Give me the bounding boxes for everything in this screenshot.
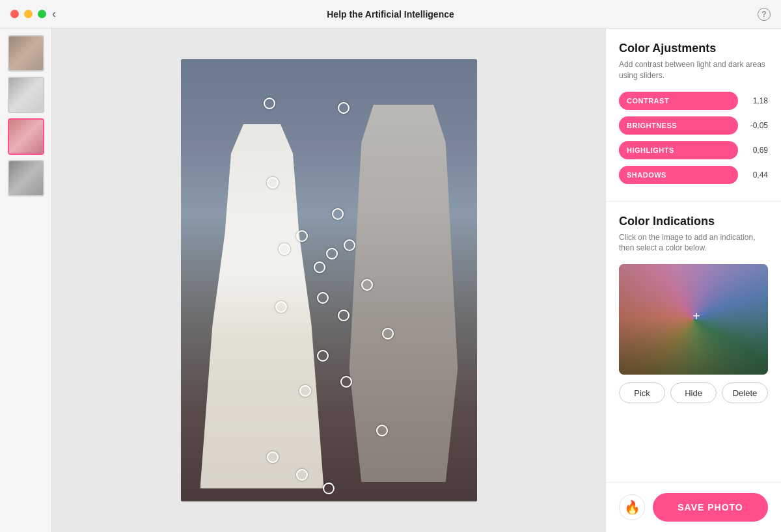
help-button[interactable]: ? xyxy=(758,8,771,21)
thumbnail-1[interactable] xyxy=(8,35,44,72)
dot-18[interactable] xyxy=(326,248,338,259)
back-button[interactable]: ‹ xyxy=(47,5,61,23)
window-title: Help the Artificial Intelligence xyxy=(327,9,454,20)
dot-17[interactable] xyxy=(382,328,394,339)
shadows-slider-row: SHADOWS 0,44 xyxy=(619,166,768,184)
color-adjustments-title: Color Ajustments xyxy=(619,42,768,55)
color-crosshair: + xyxy=(692,310,700,323)
right-panel: Color Ajustments Add contrast between li… xyxy=(605,29,781,532)
pick-button[interactable]: Pick xyxy=(619,382,665,403)
dot-7[interactable] xyxy=(344,239,355,251)
dot-8[interactable] xyxy=(361,279,373,291)
highlights-label: HIGHLIGHTS xyxy=(627,146,674,154)
color-gradient-picker[interactable]: + xyxy=(619,264,768,375)
thumbnail-2[interactable] xyxy=(8,77,44,113)
shadows-slider[interactable]: SHADOWS xyxy=(619,166,738,184)
brightness-label: BRIGHTNESS xyxy=(627,122,677,129)
color-indications-section: Color Indications Click on the image to … xyxy=(606,202,781,482)
brightness-value: -0,05 xyxy=(745,121,768,130)
dot-1[interactable] xyxy=(264,98,275,109)
thumbnail-3[interactable] xyxy=(8,118,44,155)
photo-container[interactable] xyxy=(181,59,477,501)
contrast-slider[interactable]: CONTRAST xyxy=(619,92,738,110)
highlights-slider[interactable]: HIGHLIGHTS xyxy=(619,141,738,159)
dot-13[interactable] xyxy=(267,451,279,463)
shadows-label: SHADOWS xyxy=(627,171,666,179)
traffic-lights xyxy=(10,10,46,18)
highlights-slider-row: HIGHLIGHTS 0,69 xyxy=(619,141,768,159)
dot-14[interactable] xyxy=(296,469,308,481)
color-adjustments-subtitle: Add contrast between light and dark area… xyxy=(619,59,768,81)
dot-20[interactable] xyxy=(279,243,290,255)
dot-19[interactable] xyxy=(332,208,344,220)
color-indications-subtitle: Click on the image to add an indication,… xyxy=(619,232,768,254)
photo-display xyxy=(181,59,477,501)
minimize-button[interactable] xyxy=(24,10,33,18)
color-indications-title: Color Indications xyxy=(619,215,768,228)
dot-21[interactable] xyxy=(317,292,329,304)
contrast-slider-row: CONTRAST 1,18 xyxy=(619,92,768,110)
highlights-value: 0,69 xyxy=(745,146,768,155)
brightness-slider[interactable]: BRIGHTNESS xyxy=(619,116,738,135)
color-adjustments-section: Color Ajustments Add contrast between li… xyxy=(606,29,781,202)
dot-2[interactable] xyxy=(338,102,349,114)
main-layout: Color Ajustments Add contrast between li… xyxy=(0,29,781,532)
color-gradient-inner: + xyxy=(619,264,768,375)
save-area: 🔥 SAVE PHOTO xyxy=(606,482,781,532)
color-action-buttons: Pick Hide Delete xyxy=(619,382,768,403)
dot-16[interactable] xyxy=(376,425,388,436)
dot-9[interactable] xyxy=(338,310,349,321)
contrast-value: 1,18 xyxy=(745,96,768,105)
dot-5[interactable] xyxy=(314,261,325,273)
thumbnail-4[interactable] xyxy=(8,160,44,196)
dot-10[interactable] xyxy=(317,350,329,362)
close-button[interactable] xyxy=(10,10,19,18)
delete-button[interactable]: Delete xyxy=(722,382,768,403)
flame-icon[interactable]: 🔥 xyxy=(619,494,645,520)
maximize-button[interactable] xyxy=(38,10,46,18)
brightness-slider-row: BRIGHTNESS -0,05 xyxy=(619,116,768,135)
hide-button[interactable]: Hide xyxy=(670,382,717,403)
titlebar: ‹ Help the Artificial Intelligence ? xyxy=(0,0,781,29)
dot-6[interactable] xyxy=(275,301,287,313)
shadows-value: 0,44 xyxy=(745,170,768,180)
dot-12[interactable] xyxy=(299,385,311,397)
dot-15[interactable] xyxy=(323,483,335,494)
dot-11[interactable] xyxy=(340,376,352,388)
figure-right xyxy=(344,105,464,482)
sidebar xyxy=(0,29,52,532)
save-photo-button[interactable]: SAVE PHOTO xyxy=(653,493,768,522)
figure-left xyxy=(200,124,324,488)
dot-3[interactable] xyxy=(267,177,279,189)
photo-canvas[interactable] xyxy=(52,29,605,532)
contrast-label: CONTRAST xyxy=(627,97,669,105)
dot-4[interactable] xyxy=(296,230,308,242)
